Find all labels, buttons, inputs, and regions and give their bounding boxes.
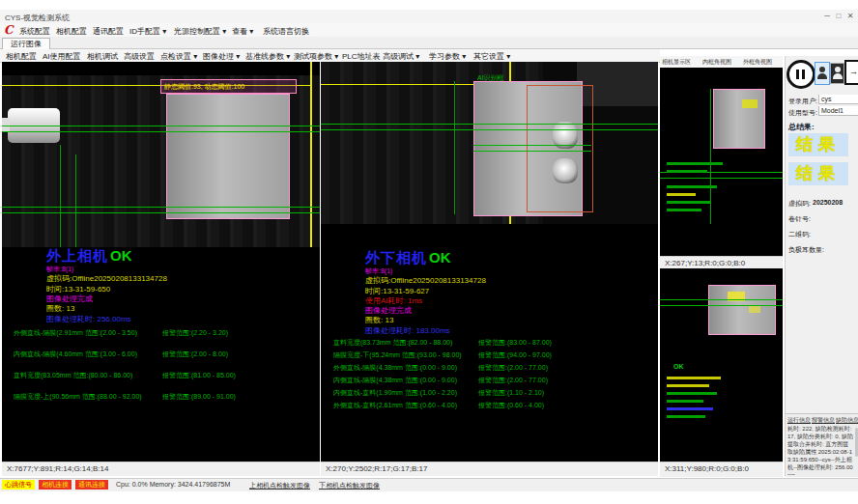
operator-icon (835, 67, 841, 72)
camera-mid-panel: AI识别框 外下相机OK 帧率:8(1) 虚拟码:Offline20250208… (321, 62, 658, 476)
measure-line-green (321, 124, 658, 125)
tab-run-image[interactable]: 运行图像 (2, 38, 50, 49)
measurement-row: 隔膜宽度-上(90.56mm 范围:(88.00 - 92.00) (14, 392, 142, 402)
menu-comm-config[interactable]: 通讯配置 (93, 26, 124, 37)
camera-mid-elapsed: 图像处理耗时: 183.00ms (365, 325, 450, 336)
lower-camera-spotcheck-link[interactable]: 下相机点检触发图像 (319, 481, 380, 490)
measure-line-green (2, 207, 320, 208)
tiny-text-line (667, 415, 705, 418)
side-camera-2-coords: X:311;Y:980;R:0;G:0;B:0 (665, 464, 749, 473)
side-camera-2-ok: OK (673, 363, 684, 370)
side-tab-display[interactable]: 相机显示区 (662, 58, 691, 67)
side-camera-1-coords: X:267;Y:13;R:0;G:0;B:0 (665, 259, 745, 267)
side-tab-outer[interactable]: 外框角视图 (743, 58, 772, 67)
baseline-yellow-v (310, 62, 312, 247)
exit-button[interactable]: → (844, 60, 858, 85)
camera-left-title: 外上相机OK (46, 247, 132, 266)
tool-other-set[interactable]: 其它设置 ▾ (473, 51, 510, 62)
menu-language-switch[interactable]: 系统语言切换 (263, 26, 309, 37)
close-button[interactable]: ✕ (844, 12, 856, 20)
pin-number-label: 卷针号: (788, 214, 811, 224)
membrane-region (166, 94, 290, 219)
camera-left-elapsed: 图像处理耗时: 256.00ms (46, 314, 131, 324)
user-button-selected[interactable] (815, 62, 830, 85)
menu-camera-config[interactable]: 相机配置 (56, 26, 87, 37)
camera-mid-vcode: 虚拟码:Offline20250208133134728 (365, 275, 486, 286)
tiny-text-line (667, 170, 707, 173)
operator-icon (833, 73, 843, 79)
login-user-value[interactable]: cys (818, 95, 858, 104)
status-bar: 心跳信号 相机连接 通讯连接 Cpu: 0.0% Memory: 3424.41… (0, 478, 858, 491)
side-camera-1[interactable] (660, 68, 783, 256)
tiny-text-line (667, 384, 709, 387)
result-badge-upper: 结果 (788, 133, 848, 156)
alarm-range: 报警范围:(0.60 - 4.00) (478, 401, 544, 410)
pause-button[interactable] (786, 60, 815, 89)
neg-tab-count-label: 负极耳数量: (788, 245, 824, 255)
menu-bar: C 系统配置 相机配置 通讯配置 ID手配置 ▾ 光源控制配置 ▾ 查看 ▾ 系… (0, 23, 858, 37)
yellow-marker (742, 99, 758, 108)
camera-left-vcode: 虚拟码:Offline20250208133134728 (46, 273, 167, 284)
side-tab-inner[interactable]: 内框角视图 (702, 58, 731, 67)
tool-camera-debug[interactable]: 相机调试 (87, 51, 118, 62)
alarm-range: 报警范围:(2.00 - 8.00) (162, 350, 228, 359)
model-value[interactable]: Model1 (818, 106, 858, 116)
measurement-row: 外侧直线-直料(2.61mm 范围:(0.60 - 4.00) (333, 401, 457, 410)
tiny-text-line (667, 193, 696, 196)
tool-image-proc[interactable]: 图像处理 ▾ (203, 51, 240, 62)
alarm-range: 报警范围:(94.00 - 97.00) (478, 350, 552, 360)
measurement-row: 直料宽度(83.05mm 范围:(80.00 - 86.00) (14, 371, 132, 380)
info-tab-alarm[interactable]: 报警信息 (812, 416, 835, 425)
ai-rect-label: AI识别框 (477, 73, 504, 83)
comm-conn-badge: 通讯连接 (75, 480, 108, 490)
measure-line-green (660, 305, 783, 306)
menu-system-config[interactable]: 系统配置 (19, 26, 50, 37)
alarm-range: 报警范围:(2.00 - 77.00) (478, 363, 548, 373)
camera-left-coordbar: X:7677;Y:891;R:14;G:14;B:14 (2, 462, 320, 476)
tool-test-param[interactable]: 测试项参数 ▾ (294, 51, 338, 62)
tool-plc-table[interactable]: PLC地址表 (342, 51, 381, 62)
tool-learn-param[interactable]: 学习参数 ▾ (429, 51, 466, 62)
tool-advanced-set[interactable]: 高级设置 (124, 51, 155, 62)
operator-button[interactable] (830, 63, 844, 84)
camera-left-panel: 静态阈值:93, 动态阈值:100 外上相机OK 帧率:8(1) 虚拟码:Off… (2, 62, 320, 476)
tiny-text-line (667, 400, 703, 403)
maximize-button[interactable]: □ (833, 12, 844, 20)
tiny-text-line (667, 209, 701, 211)
upper-camera-spotcheck-link[interactable]: 上相机点检触发图像 (249, 481, 310, 490)
tool-baseline-param[interactable]: 基准线参数 ▾ (245, 51, 290, 62)
menu-id-config[interactable]: ID手配置 ▾ (129, 26, 166, 37)
menu-view[interactable]: 查看 ▾ (232, 26, 253, 37)
tool-advanced-debug[interactable]: 高级调试 ▾ (383, 51, 419, 62)
camera-left-ok-badge: OK (110, 247, 132, 264)
tool-spotcheck-set[interactable]: 点检设置 ▾ (160, 51, 197, 62)
measurement-row: 内侧直线-隔膜(4.38mm 范围:(0.00 - 9.00) (333, 376, 457, 385)
total-result-label: 总结果: (788, 122, 815, 132)
tiny-text-line (667, 162, 723, 165)
right-control-panel: → 登录用户: cys 使用型号: Model1 总结果: 结果 结果 虚拟码:… (785, 56, 858, 476)
camera-left-turns: 圈数: 13 (46, 303, 74, 314)
side-camera-2[interactable]: OK (660, 268, 783, 462)
camera-conn-badge: 相机连接 (39, 480, 72, 490)
measure-line-green-v (75, 154, 76, 247)
tiny-text-line (667, 392, 717, 395)
threshold-annotation: 静态阈值:93, 动态阈值:100 (160, 79, 297, 94)
tiny-text-line (667, 185, 717, 188)
camera-left-name: 外上相机 (46, 247, 108, 264)
info-tab-defect[interactable]: 缺陷信息 (836, 416, 858, 425)
vcode-value: 20250208 (813, 199, 843, 206)
camera-mid-coordbar: X:270;Y:2502;R:17;G:17;B:17 (321, 462, 658, 476)
alarm-range: 报警范围:(83.00 - 87.00) (478, 338, 552, 348)
measurement-row: 直料宽度(83.73mm 范围:(82.00 - 88.00) (333, 338, 452, 348)
tool-ai-config[interactable]: AI使用配置 (43, 51, 81, 62)
cpu-memory-text: Cpu: 0.0% Memory: 3424.41796875M (116, 481, 230, 488)
tiny-text-line (667, 377, 721, 379)
info-tab-run[interactable]: 运行信息 (787, 416, 811, 425)
menu-light-config[interactable]: 光源控制配置 ▾ (174, 26, 226, 37)
measurement-row: 内侧直线-隔膜(4.60mm 范围:(3.00 - 6.00) (14, 350, 137, 359)
minimize-button[interactable]: ─ (821, 12, 833, 20)
toolbar: 相机配置 AI使用配置 相机调试 高级设置 点检设置 ▾ 图像处理 ▾ 基准线参… (0, 49, 660, 63)
measure-line-green (2, 126, 320, 126)
tool-camera-config[interactable]: 相机配置 (6, 51, 37, 62)
vcode-label: 虚拟码: (788, 199, 811, 209)
